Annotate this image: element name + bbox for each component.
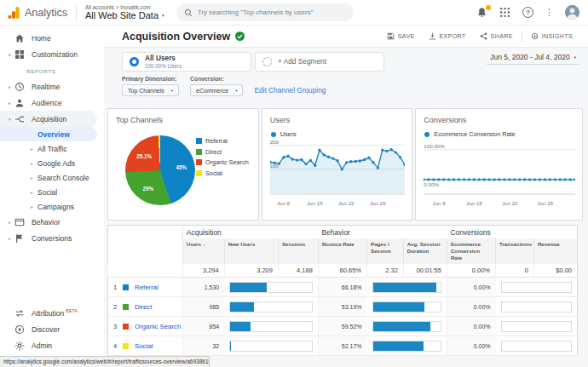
column-header-avg-session-duration[interactable]: Avg. Session Duration <box>403 238 447 264</box>
sidebar-subitem-search-console[interactable]: ▸ Search Console <box>0 170 104 185</box>
insights-button[interactable]: INSIGHTS <box>524 32 579 40</box>
sidebar-subitem-campaigns[interactable]: ▸ Campaigns <box>0 199 104 214</box>
expand-arrow-icon: ▸ <box>31 204 37 209</box>
legend-label: Direct <box>205 148 222 156</box>
account-property-selector[interactable]: All accounts > Inovatik.com All Web Site… <box>85 4 164 21</box>
legend-label: Organic Search <box>205 158 249 166</box>
pie-slice-label: 25.1% <box>136 153 152 159</box>
notifications-bell-icon[interactable] <box>476 7 488 19</box>
bounce-rate-bar-box <box>372 301 441 313</box>
sidebar-item-realtime[interactable]: ▸ Realtime <box>0 78 104 95</box>
analytics-home-button[interactable]: Analytics <box>7 6 67 20</box>
channel-link[interactable]: Organic Search <box>135 323 181 330</box>
add-segment-label: + Add Segment <box>278 58 326 66</box>
sidebar-item-customization[interactable]: ▸ Customization <box>0 46 104 62</box>
y-axis-label: 100 <box>270 163 279 169</box>
pie-slice-label: 29% <box>143 185 154 191</box>
channels-table-wrap: Acquisition Behavior ConversionsUsers↓Ne… <box>107 225 583 356</box>
column-header-bounce-rate[interactable]: Bounce Rate <box>318 238 366 264</box>
sidebar-item-label: Audience <box>32 99 61 107</box>
channel-link[interactable]: Social <box>135 342 153 350</box>
sidebar-item-label: AttributionBETA <box>32 308 78 318</box>
table-summary-row: 3,2943,2094,18860.65%2.3200:01:550.00%0$… <box>108 264 578 278</box>
column-header-ecommerce-conversion-rate[interactable]: Ecommerce Conversion Rate <box>447 238 495 264</box>
sidebar-subitem-label: Campaigns <box>37 203 74 211</box>
help-icon[interactable]: ? <box>522 7 533 18</box>
summary-value: 2.32 <box>367 264 404 278</box>
sidebar-item-admin[interactable]: Admin <box>0 337 104 353</box>
controls-band: Jun 5, 2020 - Jul 4, 2020 ▾ All Users 10… <box>104 48 588 104</box>
sidebar-item-audience[interactable]: ▸ Audience <box>0 95 104 111</box>
sidebar-item-conversions[interactable]: ▸ Conversions <box>0 230 104 246</box>
add-segment-chip[interactable]: + Add Segment <box>255 52 384 72</box>
sidebar-item-acquisition[interactable]: ▾ Acquisition <box>0 111 97 127</box>
sidebar-item-home[interactable]: Home <box>0 30 104 46</box>
edit-channel-grouping-link[interactable]: Edit Channel Grouping <box>254 86 326 95</box>
search-input[interactable] <box>198 9 346 16</box>
bounce-rate-bar <box>373 341 424 351</box>
segment-circle-icon <box>130 57 139 66</box>
users-bar-box <box>229 282 313 293</box>
google-apps-grid-icon[interactable] <box>499 7 511 19</box>
search-bar[interactable] <box>176 3 354 21</box>
sidebar-item-behavior[interactable]: ▸ Behavior <box>0 214 104 230</box>
series-dot-icon <box>424 132 429 137</box>
overflow-menu-icon[interactable]: ⋮ <box>545 8 554 17</box>
primary-dimension-dropdown[interactable]: Top Channels ▾ <box>122 84 179 96</box>
sidebar-item-label: Conversions <box>32 234 72 243</box>
expand-arrow-icon: ▾ <box>6 117 14 122</box>
column-header-transactions[interactable]: Transactions <box>496 238 534 264</box>
chevron-down-icon: ▾ <box>171 89 173 93</box>
beta-badge: BETA <box>66 308 78 313</box>
top-channels-pie-chart[interactable]: 45%29%25.1% <box>125 135 195 205</box>
column-header-new-users[interactable]: New Users <box>224 238 278 264</box>
y-axis-label: 100.00% <box>424 143 444 149</box>
x-axis-label: Jun 8 <box>433 200 446 206</box>
conversion-dropdown[interactable]: eCommerce ▾ <box>190 84 243 96</box>
conversion-rate-bar-box <box>501 301 572 313</box>
legend-label: Social <box>205 169 222 177</box>
x-axis-label: Jun 22 <box>502 200 518 206</box>
export-button[interactable]: EXPORT <box>422 32 473 40</box>
app-shell: Home ▸ Customization REPORTS ▸ Realtime … <box>0 26 588 367</box>
conversion-label: Conversion: <box>190 76 243 82</box>
user-avatar[interactable] <box>565 5 579 20</box>
column-header-sessions[interactable]: Sessions <box>278 238 318 264</box>
users-bar-cell <box>224 297 318 317</box>
table-row-referral: 1 Referral 1,530 66.18% 0.00% <box>108 278 578 297</box>
sidebar-subitem-google-ads[interactable]: ▸ Google Ads <box>0 156 104 170</box>
x-axis-label: Jun 15 <box>466 200 482 206</box>
conversions-legend: Ecommerce Conversion Rate <box>416 124 582 138</box>
channel-cell: 2 Direct <box>108 297 183 317</box>
top-app-bar: Analytics All accounts > Inovatik.com Al… <box>0 0 588 26</box>
share-button[interactable]: SHARE <box>473 32 520 40</box>
sidebar-subitem-overview[interactable]: Overview <box>0 127 97 141</box>
save-button[interactable]: SAVE <box>380 32 422 40</box>
sidebar-item-attribution[interactable]: AttributionBETA <box>0 305 104 321</box>
date-range-selector[interactable]: Jun 5, 2020 - Jul 4, 2020 ▾ <box>487 51 579 65</box>
chevron-down-icon: ▾ <box>162 13 164 18</box>
sidebar-subitem-label: Social <box>37 188 57 197</box>
channel-link[interactable]: Referral <box>135 284 159 291</box>
sidebar-subitem-label: Overview <box>37 130 70 139</box>
card-title: Conversions <box>416 109 582 124</box>
dimension-controls: Primary Dimension: Top Channels ▾ Conver… <box>122 76 579 96</box>
table-corner-cell <box>108 226 183 265</box>
users-value: 1,530 <box>182 278 224 297</box>
bounce-rate-bar-cell <box>367 278 447 297</box>
toolbar-actions: SAVE EXPORT SHARE INSIGHTS <box>380 32 579 42</box>
sidebar-subitem-social[interactable]: ▸ Social <box>0 185 104 199</box>
legend-swatch-icon <box>196 138 202 144</box>
column-header-users[interactable]: Users↓ <box>182 238 224 264</box>
sidebar-item-discover[interactable]: Discover <box>0 321 104 337</box>
legend-swatch-icon <box>196 149 202 155</box>
summary-empty-cell <box>108 264 183 278</box>
conversion-rate-value: 0.00% <box>447 317 495 336</box>
column-header-revenue[interactable]: Revenue <box>533 238 577 264</box>
sidebar-subitem-all-traffic[interactable]: ▸ All Traffic <box>0 141 104 156</box>
segment-all-users-chip[interactable]: All Users 100.00% Users <box>122 52 251 72</box>
column-header-pages-session[interactable]: Pages / Session <box>367 238 404 264</box>
legend-item: Referral <box>196 137 249 145</box>
action-label: SAVE <box>398 33 415 39</box>
channel-link[interactable]: Direct <box>135 303 152 311</box>
